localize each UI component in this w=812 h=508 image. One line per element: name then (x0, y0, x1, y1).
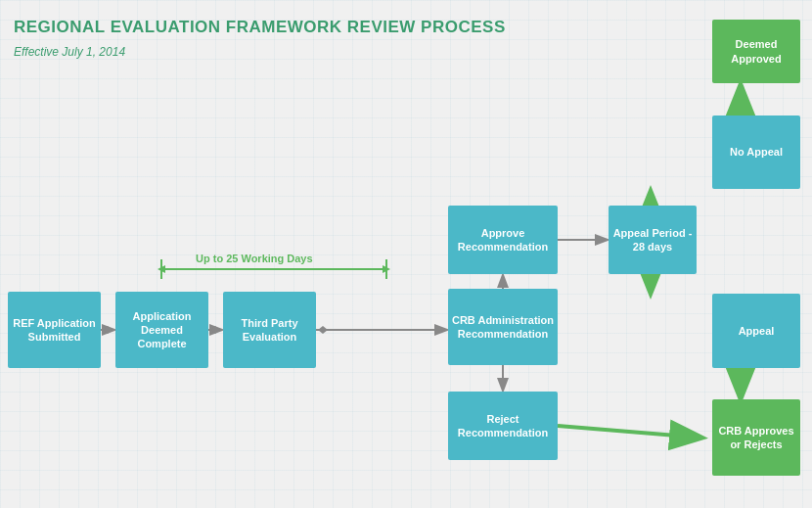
svg-marker-1 (103, 326, 113, 334)
page-subtitle: Effective July 1, 2014 (14, 45, 125, 59)
working-days-label: Up to 25 Working Days (196, 253, 313, 264)
approve-recommendation-box: Approve Recommendation (448, 206, 558, 274)
deemed-approved-box: Deemed Approved (712, 20, 800, 83)
crb-admin-box: CRB Administration Recommendation (448, 289, 558, 365)
crb-approves-rejects-box: CRB Approves or Rejects (712, 399, 800, 476)
svg-marker-17 (158, 265, 165, 273)
ref-application-box: REF Application Submitted (8, 292, 101, 368)
reject-recommendation-box: Reject Recommendation (448, 392, 558, 460)
svg-marker-5 (318, 326, 328, 334)
svg-marker-18 (383, 265, 390, 273)
application-deemed-box: Application Deemed Complete (115, 292, 208, 368)
svg-marker-3 (210, 326, 220, 334)
page-title: REGIONAL EVALUATION FRAMEWORK REVIEW PRO… (14, 18, 506, 37)
page-container: REGIONAL EVALUATION FRAMEWORK REVIEW PRO… (0, 0, 812, 508)
third-party-box: Third Party Evaluation (223, 292, 316, 368)
svg-line-12 (558, 426, 700, 438)
appeal-box: Appeal (712, 294, 800, 368)
no-appeal-box: No Appeal (712, 115, 800, 189)
appeal-period-box: Appeal Period - 28 days (609, 206, 697, 274)
